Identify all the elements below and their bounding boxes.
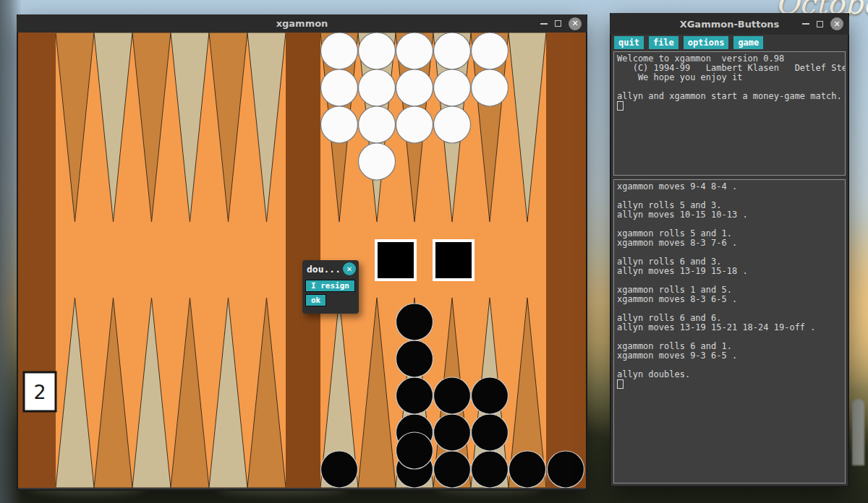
- xgammon-buttons-window: XGammon-Buttons ✕ quit file options game…: [610, 13, 849, 487]
- board-field-left: [56, 33, 286, 488]
- white-checker[interactable]: [434, 69, 471, 106]
- text-cursor: [617, 101, 624, 111]
- white-checker[interactable]: [359, 33, 396, 69]
- double-dialog: dou... ✕ I resign ok: [302, 260, 359, 314]
- log-line: allyn doubles.: [617, 370, 842, 379]
- options-button[interactable]: options: [684, 36, 729, 49]
- die[interactable]: [434, 241, 473, 280]
- text-cursor: [617, 379, 624, 389]
- log-line: xgammon moves 9-3 6-5 .: [617, 351, 842, 361]
- resign-button[interactable]: I resign: [305, 280, 355, 292]
- desktop: { "desktop": { "script_text": "October" …: [0, 0, 868, 503]
- white-checker[interactable]: [472, 69, 509, 106]
- double-dialog-titlebar[interactable]: dou... ✕: [302, 260, 359, 277]
- log-line: allyn moves 13-19 15-21 18-24 19-off .: [617, 323, 842, 332]
- white-checker[interactable]: [321, 33, 358, 69]
- minimize-icon[interactable]: [802, 23, 809, 25]
- window-title: XGammon-Buttons: [680, 19, 780, 30]
- log-line: allyn moves 10-15 10-13 .: [617, 210, 842, 220]
- black-checker[interactable]: [472, 377, 509, 414]
- black-checker[interactable]: [472, 414, 509, 451]
- ok-button[interactable]: ok: [305, 294, 326, 306]
- gravestone-shape: [852, 399, 864, 465]
- window-title: xgammon: [276, 18, 328, 29]
- black-checker[interactable]: [509, 451, 546, 488]
- board-frame-right: [546, 33, 586, 488]
- black-checker[interactable]: [434, 377, 471, 414]
- xgammon-titlebar[interactable]: xgammon ✕: [17, 14, 587, 33]
- white-checker[interactable]: [396, 69, 433, 106]
- file-button[interactable]: file: [649, 36, 678, 49]
- white-checker[interactable]: [472, 33, 509, 69]
- xgammon-buttons-titlebar[interactable]: XGammon-Buttons ✕: [610, 13, 849, 35]
- close-icon[interactable]: ✕: [343, 262, 356, 275]
- black-checker-borne-off[interactable]: [548, 451, 584, 488]
- die[interactable]: [376, 241, 415, 280]
- menu-bar: quit file options game: [614, 35, 846, 50]
- black-checker[interactable]: [396, 432, 433, 469]
- black-checker[interactable]: [321, 451, 358, 488]
- log-line: We hope you enjoy it: [617, 73, 842, 82]
- moves-log-area[interactable]: xgammon moves 9-4 8-4 .allyn rolls 5 and…: [613, 179, 846, 483]
- white-checker[interactable]: [396, 33, 433, 69]
- dialog-title: dou...: [307, 264, 341, 275]
- quit-button[interactable]: quit: [614, 36, 644, 49]
- black-checker[interactable]: [434, 414, 471, 451]
- close-icon[interactable]: ✕: [569, 17, 582, 30]
- maximize-icon[interactable]: [817, 21, 823, 27]
- white-checker[interactable]: [434, 106, 471, 143]
- white-checker[interactable]: [321, 69, 358, 106]
- doubling-cube-value: 2: [33, 381, 46, 403]
- close-icon[interactable]: ✕: [830, 17, 843, 30]
- white-checker[interactable]: [434, 33, 471, 69]
- log-line: allyn moves 13-19 15-18 .: [617, 267, 842, 276]
- maximize-icon[interactable]: [555, 20, 561, 27]
- welcome-log-area[interactable]: Welcome to xgammon version 0.98 (C) 1994…: [613, 51, 846, 176]
- white-checker[interactable]: [359, 69, 396, 106]
- log-line: allyn and xgammon start a money-game mat…: [617, 92, 842, 101]
- log-line: xgammon moves 8-3 6-5 .: [617, 295, 842, 304]
- white-checker[interactable]: [359, 143, 396, 180]
- black-checker[interactable]: [472, 451, 509, 488]
- white-checker[interactable]: [359, 106, 396, 143]
- black-checker[interactable]: [396, 304, 433, 340]
- game-button[interactable]: game: [733, 36, 763, 49]
- black-checker[interactable]: [434, 451, 471, 488]
- white-checker[interactable]: [396, 106, 433, 143]
- log-line: xgammon moves 9-4 8-4 .: [617, 182, 842, 192]
- white-checker[interactable]: [321, 106, 358, 143]
- black-checker[interactable]: [396, 377, 433, 414]
- log-line: xgammon moves 8-3 7-6 .: [617, 238, 842, 248]
- xgammon-window: xgammon ✕ 2 dou... ✕ I resign ok: [17, 14, 587, 491]
- board-frame-left: [18, 33, 56, 488]
- black-checker[interactable]: [396, 340, 433, 377]
- minimize-icon[interactable]: [540, 23, 548, 25]
